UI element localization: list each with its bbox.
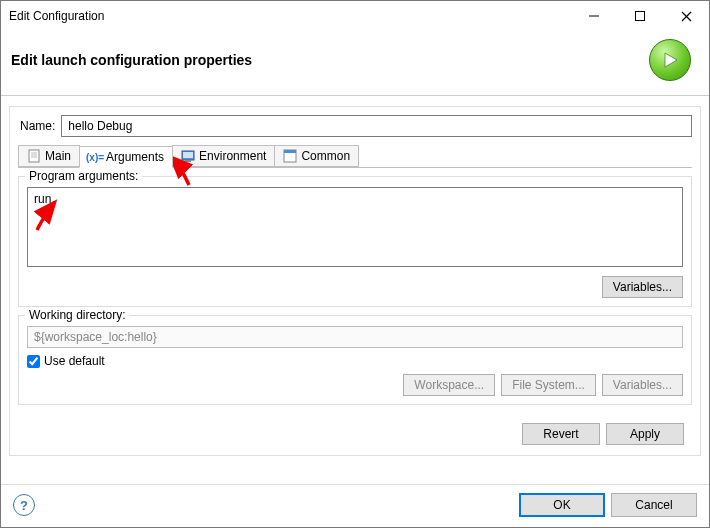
workspace-button: Workspace... [403, 374, 495, 396]
document-icon [27, 149, 41, 163]
tab-label: Environment [199, 149, 266, 163]
tab-arguments[interactable]: (x)= Arguments [79, 146, 173, 168]
apply-button[interactable]: Apply [606, 423, 684, 445]
working-directory-label: Working directory: [25, 308, 129, 322]
page-title: Edit launch configuration properties [11, 52, 649, 68]
help-icon[interactable]: ? [13, 494, 35, 516]
maximize-button[interactable] [617, 1, 663, 31]
tabstrip: Main (x)= Arguments Environment Common [18, 145, 692, 168]
tab-environment[interactable]: Environment [172, 145, 275, 167]
variables-button-2: Variables... [602, 374, 683, 396]
revert-apply-row: Revert Apply [18, 413, 692, 445]
cancel-button[interactable]: Cancel [611, 493, 697, 517]
revert-button[interactable]: Revert [522, 423, 600, 445]
window-title: Edit Configuration [9, 9, 104, 23]
ok-button[interactable]: OK [519, 493, 605, 517]
tab-label: Common [301, 149, 350, 163]
tab-common[interactable]: Common [274, 145, 359, 167]
svg-marker-4 [665, 53, 677, 67]
use-default-checkbox[interactable] [27, 355, 40, 368]
program-arguments-input[interactable] [27, 187, 683, 267]
name-row: Name: [18, 115, 692, 137]
arguments-icon: (x)= [88, 150, 102, 164]
header: Edit launch configuration properties [1, 31, 709, 96]
tab-label: Main [45, 149, 71, 163]
working-directory-group: Working directory: Use default Workspace… [18, 315, 692, 405]
tab-main[interactable]: Main [18, 145, 80, 167]
main-panel: Name: Main (x)= Arguments Environment [1, 96, 709, 456]
environment-icon [181, 149, 195, 163]
variables-button[interactable]: Variables... [602, 276, 683, 298]
close-button[interactable] [663, 1, 709, 31]
footer: ? OK Cancel [1, 484, 709, 527]
common-icon [283, 149, 297, 163]
svg-rect-13 [284, 150, 296, 153]
name-input[interactable] [61, 115, 692, 137]
minimize-button[interactable] [571, 1, 617, 31]
run-icon [649, 39, 691, 81]
svg-rect-11 [185, 160, 191, 162]
use-default-label: Use default [44, 354, 105, 368]
config-group: Name: Main (x)= Arguments Environment [9, 106, 701, 456]
working-directory-input [27, 326, 683, 348]
svg-rect-5 [29, 150, 39, 162]
program-arguments-label: Program arguments: [25, 169, 142, 183]
svg-rect-10 [183, 152, 193, 158]
titlebar: Edit Configuration [1, 1, 709, 31]
svg-rect-1 [636, 12, 645, 21]
name-label: Name: [18, 119, 55, 133]
filesystem-button: File System... [501, 374, 596, 396]
program-arguments-group: Program arguments: Variables... [18, 176, 692, 307]
tab-label: Arguments [106, 150, 164, 164]
